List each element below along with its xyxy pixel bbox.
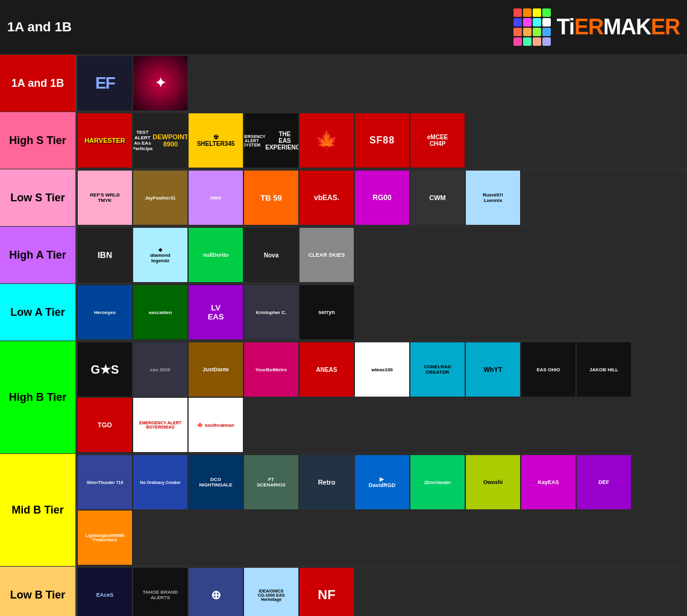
list-item[interactable]: EMERGENCY ALERTBOYER99EAS bbox=[133, 398, 187, 452]
list-item[interactable]: SF88 bbox=[355, 113, 409, 168]
tier-row-1ab: 1A and 1B ЕF ✦ bbox=[0, 54, 687, 112]
header-title: 1A and 1B bbox=[7, 19, 72, 35]
logo-cell bbox=[542, 8, 551, 17]
tier-row-mid-b: Mid B Tier SilverThunder 710 No Ordinary… bbox=[0, 453, 687, 566]
list-item[interactable]: eas 2020 bbox=[133, 342, 187, 397]
tier-label-low-a: Low A Tier bbox=[0, 284, 75, 341]
list-item[interactable]: serryn bbox=[300, 285, 354, 339]
tier-row-high-s: High S Tier HARVESTER TEST ALERTAn EAs P… bbox=[0, 112, 687, 169]
list-item[interactable]: 🍁 southcalman bbox=[189, 398, 243, 452]
logo-cell bbox=[523, 18, 532, 27]
list-item[interactable]: YourBoiMetro bbox=[244, 342, 298, 397]
list-item[interactable]: TAHOE BRAND ALERTS bbox=[133, 568, 187, 616]
list-item[interactable]: RG00 bbox=[355, 171, 409, 225]
list-item[interactable]: TEST ALERTAn EAs ParticipaDEWPOINT8900 bbox=[133, 113, 187, 168]
list-item[interactable]: IBN bbox=[78, 228, 132, 282]
tier-items-low-s: REF'S WRLDTMYK JayFeather31 nwo TB 59 vb… bbox=[75, 169, 687, 226]
tier-items-high-b: G★S eas 2020 JustDante YourBoiMetro ANEA… bbox=[75, 341, 687, 453]
tier-label-low-s: Low S Tier bbox=[0, 169, 75, 226]
list-item[interactable]: nwo bbox=[189, 171, 243, 225]
list-item[interactable]: DEF bbox=[577, 455, 631, 509]
list-item[interactable]: WhYT bbox=[466, 342, 520, 397]
logo-cell bbox=[513, 37, 522, 46]
list-item[interactable]: CWM bbox=[410, 171, 465, 225]
list-item[interactable]: CONELRADCREATOR bbox=[410, 342, 465, 397]
list-item[interactable]: NF bbox=[300, 568, 354, 616]
tier-label-high-a: High A Tier bbox=[0, 227, 75, 283]
list-item[interactable]: Lightningbolt99999 Productions bbox=[78, 511, 132, 565]
tier-label-1ab: 1A and 1B bbox=[0, 55, 75, 112]
list-item[interactable]: ▶DavidRGD bbox=[355, 455, 409, 509]
list-item[interactable]: wteas100 bbox=[355, 342, 409, 397]
logo-cell bbox=[513, 18, 522, 27]
logo-cell bbox=[542, 18, 551, 27]
logo-cell bbox=[533, 18, 541, 27]
list-item[interactable]: ◆diamondlegendz bbox=[133, 228, 187, 282]
list-item[interactable]: TB 59 bbox=[244, 171, 298, 225]
tier-label-high-b: High B Tier bbox=[0, 341, 75, 453]
list-item[interactable]: JayFeather31 bbox=[133, 171, 187, 225]
logo-cell bbox=[523, 28, 532, 36]
list-item[interactable]: KayEAS bbox=[521, 455, 576, 509]
list-item[interactable]: TGO bbox=[78, 398, 132, 452]
tier-items-low-b: EAceS TAHOE BRAND ALERTS ⊕ IDEA/ONICSCG-… bbox=[75, 567, 687, 616]
list-item[interactable]: REF'S WRLDTMYK bbox=[78, 171, 132, 225]
logo-cell bbox=[533, 8, 541, 17]
tier-label-low-b: Low B Tier bbox=[0, 567, 75, 616]
logo-cell bbox=[513, 8, 522, 17]
tiermaker-logo: TiERMAKER bbox=[513, 8, 680, 46]
logo-cell bbox=[533, 37, 541, 46]
tier-items-mid-b: SilverThunder 710 No Ordinary Creator DC… bbox=[75, 454, 687, 566]
list-item[interactable]: ЕF bbox=[78, 56, 132, 110]
list-item[interactable]: Retro bbox=[300, 455, 354, 509]
list-item[interactable]: FTSCENARIOS bbox=[244, 455, 298, 509]
list-item[interactable]: EAceS bbox=[78, 568, 132, 616]
tier-row-low-s: Low S Tier REF'S WRLDTMYK JayFeather31 n… bbox=[0, 169, 687, 226]
list-item[interactable]: ⊕ bbox=[189, 568, 243, 616]
list-item[interactable]: LVEAS bbox=[189, 285, 243, 339]
tier-row-high-b: High B Tier G★S eas 2020 JustDante YourB… bbox=[0, 341, 687, 453]
tier-items-low-a: Heroeyes eascaiden LVEAS Kristopher C. s… bbox=[75, 284, 687, 341]
tier-label-mid-b: Mid B Tier bbox=[0, 454, 75, 566]
list-item[interactable]: Kristopher C. bbox=[244, 285, 298, 339]
list-item[interactable]: 🍁 bbox=[300, 113, 354, 168]
list-item[interactable]: eascaiden bbox=[133, 285, 187, 339]
list-item[interactable]: CLEAR SKIES bbox=[300, 228, 354, 282]
list-item[interactable]: ZEnichlander bbox=[410, 455, 465, 509]
list-item[interactable]: Nova bbox=[244, 228, 298, 282]
list-item[interactable]: ANEAS bbox=[300, 342, 354, 397]
list-item[interactable]: vbEAS. bbox=[300, 171, 354, 225]
list-item[interactable]: JAKOB HILL bbox=[577, 342, 631, 397]
list-item[interactable]: HARVESTER bbox=[78, 113, 132, 168]
logo-text: TiERMAKER bbox=[557, 14, 680, 40]
list-item[interactable]: No Ordinary Creator bbox=[133, 455, 187, 509]
logo-cell bbox=[523, 8, 532, 17]
tier-items-high-a: IBN ◆diamondlegendz nullDorito Nova CLEA… bbox=[75, 227, 687, 283]
list-item[interactable]: G★S bbox=[78, 342, 132, 397]
list-item[interactable]: ✦ bbox=[133, 56, 187, 110]
tier-label-high-s: High S Tier bbox=[0, 112, 75, 169]
tier-items-1ab: ЕF ✦ bbox=[75, 55, 687, 112]
list-item[interactable]: Rueni97/Luennix bbox=[466, 171, 520, 225]
tier-items-high-s: HARVESTER TEST ALERTAn EAs ParticipaDEWP… bbox=[75, 112, 687, 169]
logo-cell bbox=[523, 37, 532, 46]
list-item[interactable]: DCONIGHTINGALE bbox=[189, 455, 243, 509]
list-item[interactable]: nullDorito bbox=[189, 228, 243, 282]
list-item[interactable]: EAS OHIO bbox=[521, 342, 576, 397]
list-item[interactable]: Owoshi bbox=[466, 455, 520, 509]
list-item[interactable]: SilverThunder 710 bbox=[78, 455, 132, 509]
list-item[interactable]: eMCEECH4P bbox=[410, 113, 465, 168]
tier-row-high-a: High A Tier IBN ◆diamondlegendz nullDori… bbox=[0, 226, 687, 283]
tiermaker-container: 1A and 1B TiERMAKER bbox=[0, 0, 687, 616]
logo-icon-grid bbox=[513, 8, 551, 46]
list-item[interactable]: IDEA/ONICSCG-1000 EASHermitage bbox=[244, 568, 298, 616]
list-item[interactable]: JustDante bbox=[189, 342, 243, 397]
tier-row-low-b: Low B Tier EAceS TAHOE BRAND ALERTS ⊕ ID… bbox=[0, 566, 687, 616]
list-item[interactable]: EMERGENCY ALERT SYSTEMTHEEASEXPERIENCE bbox=[244, 113, 298, 168]
list-item[interactable]: Heroeyes bbox=[78, 285, 132, 339]
logo-cell bbox=[542, 28, 551, 36]
logo-cell bbox=[533, 28, 541, 36]
tier-row-low-a: Low A Tier Heroeyes eascaiden LVEAS Kris… bbox=[0, 283, 687, 341]
list-item[interactable]: ☢SHELTER345 bbox=[189, 113, 243, 168]
header: 1A and 1B TiERMAKER bbox=[0, 0, 687, 54]
